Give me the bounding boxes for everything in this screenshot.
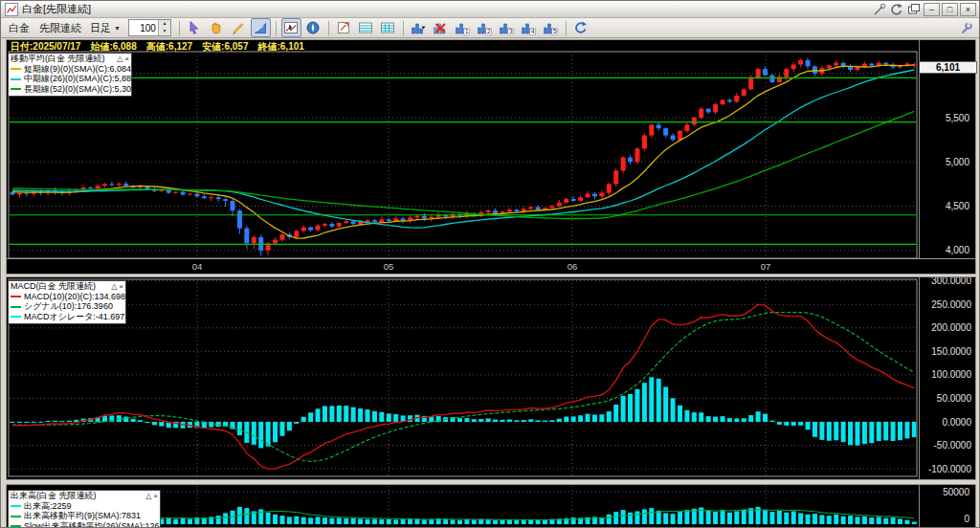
main-price-chart[interactable]: 5,5005,0004,5004,00004050607 xyxy=(7,40,975,274)
link-icon[interactable] xyxy=(871,3,887,16)
title-bar: 白金[先限連続] – □ × xyxy=(1,1,979,18)
chart-window: 白金[先限連続] – □ × 白金 先限連続 日足 ▼ ▲ ▼ 12345 5,… xyxy=(0,0,980,528)
volume-label: 出来高:2259 xyxy=(24,502,72,512)
svg-text:4,500: 4,500 xyxy=(946,201,969,211)
table-icon[interactable] xyxy=(356,18,376,37)
ma-legend: 移動平均(白金 先限連続) △ × 短期線(9)(0)(SMA)(C):6,08… xyxy=(8,53,132,97)
legend-close-button[interactable]: × xyxy=(119,282,123,292)
cursor-icon[interactable] xyxy=(185,18,205,37)
legend-row: 出来高:2259 xyxy=(11,502,158,512)
indicator-1-icon[interactable]: 1 xyxy=(453,18,473,37)
volume-swatch xyxy=(11,505,21,507)
ma-short-swatch xyxy=(11,68,21,70)
minimize-button[interactable]: – xyxy=(924,3,940,16)
macd-chart[interactable]: 300.0000250.0000200.0000150.0000100.0000… xyxy=(7,277,975,479)
hand-icon[interactable] xyxy=(207,18,227,37)
series-label: 先限連続 xyxy=(39,21,81,35)
cascade-icon[interactable] xyxy=(905,3,922,16)
app-icon xyxy=(4,2,18,16)
svg-text:2: 2 xyxy=(487,28,491,34)
info-date: 日付:2025/07/17 xyxy=(11,41,80,52)
svg-text:04: 04 xyxy=(192,261,203,272)
svg-text:0.0000: 0.0000 xyxy=(942,417,971,428)
svg-text:0: 0 xyxy=(964,514,969,524)
legend-row: MACDオシレータ:-41.6973 xyxy=(11,313,123,322)
svg-text:200.0000: 200.0000 xyxy=(931,322,971,333)
svg-text:4: 4 xyxy=(531,28,535,34)
volume-legend-title: 出来高(白金 先限連続) xyxy=(11,492,144,501)
refresh-small-icon[interactable] xyxy=(888,3,904,16)
volume-slow-ma-label: Slow出来高移動平均(26)(SMA):12642 xyxy=(24,522,161,528)
indicator-5-icon[interactable]: 5 xyxy=(541,18,561,37)
spin-down-button[interactable]: ▼ xyxy=(159,28,170,35)
ma-short-label: 短期線(9)(0)(SMA)(C):6,084 xyxy=(24,65,131,75)
legend-row: Slow出来高移動平均(26)(SMA):12642 xyxy=(11,522,158,528)
volume-legend: 出来高(白金 先限連続) △ × 出来高:2259 出来高移動平均(9)(SMA… xyxy=(8,490,161,528)
legend-collapse-button[interactable]: △ xyxy=(145,492,151,501)
svg-text:06: 06 xyxy=(568,261,578,272)
remove-indicator-icon[interactable] xyxy=(431,18,451,37)
wrench-icon[interactable] xyxy=(955,18,975,37)
timeframe-dropdown[interactable]: 日足 ▼ xyxy=(90,21,121,35)
legend-collapse-button[interactable]: △ xyxy=(111,282,117,292)
window-title: 白金[先限連続] xyxy=(22,2,870,16)
compass-icon[interactable] xyxy=(303,18,323,37)
svg-text:150.0000: 150.0000 xyxy=(931,346,971,357)
legend-row: 中期線(26)(0)(SMA)(C):5,883 xyxy=(11,75,129,84)
svg-text:07: 07 xyxy=(761,261,771,272)
ma-legend-title: 移動平均(白金 先限連続) xyxy=(11,55,115,64)
ma-mid-label: 中期線(26)(0)(SMA)(C):5,883 xyxy=(24,75,132,84)
macd-signal-swatch xyxy=(11,306,21,308)
info-open: 始値:6,088 xyxy=(90,41,136,52)
svg-text:50.0000: 50.0000 xyxy=(937,393,972,404)
bar-count-input[interactable] xyxy=(129,20,158,35)
symbol-label: 白金 xyxy=(9,21,30,35)
grid-icon[interactable] xyxy=(378,18,398,37)
legend-row: MACD(10)(20)(C):134.6987 xyxy=(11,293,123,302)
chevron-down-icon: ▼ xyxy=(114,25,121,32)
main-chart-panel[interactable]: 5,5005,0004,5004,00004050607 xyxy=(6,39,976,275)
indicator-3-icon[interactable]: 3 xyxy=(497,18,517,37)
svg-text:-50.0000: -50.0000 xyxy=(934,440,972,451)
macd-line-label: MACD(10)(20)(C):134.6987 xyxy=(24,293,126,302)
indicator-4-icon[interactable]: 4 xyxy=(519,18,539,37)
macd-osc-label: MACDオシレータ:-41.6973 xyxy=(24,313,126,322)
svg-text:5,500: 5,500 xyxy=(946,113,969,123)
svg-text:250.0000: 250.0000 xyxy=(931,299,971,310)
ma-long-swatch xyxy=(11,88,21,90)
legend-close-button[interactable]: × xyxy=(124,55,129,64)
svg-text:300.0000: 300.0000 xyxy=(931,277,971,286)
chart-pointer-icon[interactable] xyxy=(281,18,301,37)
svg-text:5,000: 5,000 xyxy=(946,157,969,167)
macd-osc-swatch xyxy=(11,316,21,318)
info-low: 安値:6,057 xyxy=(202,41,248,52)
spin-up-button[interactable]: ▲ xyxy=(159,20,170,28)
note-icon[interactable] xyxy=(334,18,354,37)
macd-signal-label: シグナル(10):176.3960 xyxy=(24,302,113,312)
ohlc-info-bar: 日付:2025/07/17始値:6,088高値:6,127安値:6,057終値:… xyxy=(11,40,314,54)
svg-text:3: 3 xyxy=(509,28,513,34)
indicator-2-icon[interactable]: 2 xyxy=(475,18,495,37)
svg-text:100.0000: 100.0000 xyxy=(931,369,971,380)
svg-text:05: 05 xyxy=(384,261,394,272)
info-high: 高値:6,127 xyxy=(146,41,192,52)
svg-text:-100.0000: -100.0000 xyxy=(928,464,971,474)
trend-icon[interactable] xyxy=(251,18,271,37)
info-close: 終値:6,101 xyxy=(257,41,303,52)
volume-ma-label: 出来高移動平均(9)(SMA):7831 xyxy=(24,512,141,521)
close-button[interactable]: × xyxy=(960,3,976,16)
macd-panel[interactable]: 300.0000250.0000200.0000150.0000100.0000… xyxy=(6,276,976,480)
svg-text:4,000: 4,000 xyxy=(946,245,969,255)
volume-slow-ma-swatch xyxy=(11,525,21,527)
refresh-icon[interactable] xyxy=(571,18,591,37)
timeframe-label: 日足 xyxy=(90,21,111,35)
legend-close-button[interactable]: × xyxy=(153,492,158,501)
toolbar-divider xyxy=(566,21,567,35)
macd-line-swatch xyxy=(11,296,21,297)
legend-collapse-button[interactable]: △ xyxy=(117,55,122,64)
macd-legend-title: MACD(白金 先限連続) xyxy=(11,282,109,292)
macd-legend: MACD(白金 先限連続) △ × MACD(10)(20)(C):134.69… xyxy=(8,280,126,324)
pencil-icon[interactable] xyxy=(229,18,249,37)
bars-dropdown-icon[interactable] xyxy=(409,18,429,37)
maximize-button[interactable]: □ xyxy=(942,3,958,16)
